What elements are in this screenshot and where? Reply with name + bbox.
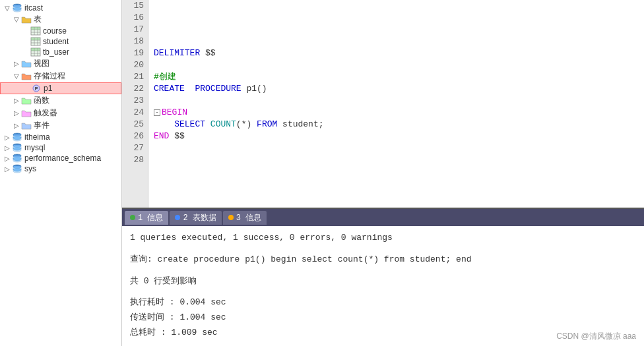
code-line-18 — [154, 36, 639, 47]
sidebar-label-itcast: itcast — [24, 3, 43, 13]
sidebar-item-mysql[interactable]: ▷ mysql — [0, 142, 121, 153]
svg-rect-6 — [31, 27, 40, 30]
watermark: CSDN @清风微凉 aaa — [556, 331, 636, 342]
tab-dot-info — [130, 215, 135, 220]
result-line-2: 查询: create procedure p1() begin select c… — [130, 253, 636, 267]
sidebar-label-functions: 函数 — [34, 95, 49, 106]
tree-icon-tables — [21, 15, 32, 24]
sidebar-item-functions[interactable]: ▷ 函数 — [0, 94, 121, 107]
tree-icon-student — [30, 37, 41, 46]
expand-icon-itcast[interactable]: ▽ — [3, 5, 12, 12]
sidebar-label-events: 事件 — [34, 120, 49, 131]
tab-label-info: 1 信息 — [138, 212, 163, 223]
code-line-16 — [154, 12, 639, 24]
sidebar-item-itcast[interactable]: ▽ itcast — [0, 3, 121, 13]
code-line-22: CREATE PROCEDURE p1() — [154, 83, 639, 95]
tree-icon-course — [30, 26, 41, 36]
tree-icon-events — [21, 121, 32, 130]
tree-icon-itcast — [12, 3, 22, 13]
kw-select: SELECT — [174, 119, 205, 130]
sidebar-item-procedures[interactable]: ▽ 存储过程 — [0, 70, 121, 82]
svg-rect-18 — [31, 48, 40, 51]
line-num-22: 22 — [122, 83, 148, 95]
code-line-15 — [154, 0, 639, 12]
sidebar-item-tb_user[interactable]: tb_user — [0, 47, 121, 57]
code-editor: 1516171819202122232425262728 DELIMITER $… — [122, 0, 644, 208]
sidebar-label-performance_schema: performance_schema — [24, 154, 101, 163]
sidebar-item-triggers[interactable]: ▷ 触发器 — [0, 107, 121, 119]
expand-icon-triggers[interactable]: ▷ — [12, 109, 21, 117]
sidebar-item-sys[interactable]: ▷ sys — [0, 163, 121, 174]
tree-icon-procedures — [21, 72, 32, 81]
expand-icon-sys[interactable]: ▷ — [3, 165, 12, 173]
kw-procedure: PROCEDURE — [195, 83, 241, 95]
tab-label-info3: 3 信息 — [236, 212, 261, 223]
svg-rect-12 — [31, 38, 40, 40]
line-num-26: 26 — [122, 130, 148, 142]
expand-icon-procedures[interactable]: ▽ — [12, 72, 21, 80]
line-num-16: 16 — [122, 12, 148, 24]
tab-label-tabledata: 2 表数据 — [183, 212, 216, 223]
tab-dot-info3 — [228, 215, 234, 220]
bottom-result-content: 1 queries executed, 1 success, 0 errors,… — [122, 226, 644, 346]
bottom-tab-bar: 1 信息2 表数据3 信息 — [122, 209, 644, 226]
sidebar-item-performance_schema[interactable]: ▷ performance_schema — [0, 153, 121, 163]
indent-space — [154, 119, 174, 130]
sidebar-item-views[interactable]: ▷ 视图 — [0, 57, 121, 70]
expand-icon-mysql[interactable]: ▷ — [3, 144, 12, 152]
sidebar-label-triggers: 触发器 — [34, 107, 57, 119]
sidebar-label-mysql: mysql — [24, 143, 45, 152]
code-line-25: SELECT COUNT(*) FROM student; — [154, 119, 639, 130]
result-line-1 — [130, 246, 636, 253]
bottom-tab-tabledata[interactable]: 2 表数据 — [170, 211, 221, 225]
table-name: student; — [277, 119, 323, 130]
line-num-15: 15 — [122, 0, 148, 12]
sidebar-item-student[interactable]: student — [0, 36, 121, 47]
sidebar-item-tables[interactable]: ▽ 表 — [0, 13, 121, 26]
result-line-4: 共 0 行受到影响 — [130, 275, 636, 289]
kw-create: CREATE — [154, 83, 185, 95]
bottom-tab-info[interactable]: 1 信息 — [125, 211, 168, 225]
kw-end: END — [154, 130, 169, 142]
expand-icon-tables[interactable]: ▽ — [12, 16, 21, 23]
line-num-28: 28 — [122, 154, 148, 166]
tab-dot-tabledata — [175, 215, 180, 220]
text-space: $$ — [200, 47, 215, 59]
sidebar-label-views: 视图 — [34, 58, 49, 69]
bottom-panel: 1 信息2 表数据3 信息 1 queries executed, 1 succ… — [122, 208, 644, 346]
expand-icon-events[interactable]: ▷ — [12, 122, 21, 129]
sidebar-item-p1[interactable]: P p1 — [0, 82, 121, 94]
code-line-19: DELIMITER $$ — [154, 47, 639, 59]
expand-icon-functions[interactable]: ▷ — [12, 97, 21, 104]
code-content[interactable]: DELIMITER $$ #创建CREATE PROCEDURE p1() -B… — [148, 0, 644, 208]
sidebar-label-procedures: 存储过程 — [34, 71, 65, 82]
code-line-21: #创建 — [154, 71, 639, 83]
end-delim: $$ — [169, 130, 184, 142]
line-num-27: 27 — [122, 142, 148, 154]
expand-icon-views[interactable]: ▷ — [12, 60, 21, 67]
sidebar-item-course[interactable]: course — [0, 26, 121, 36]
result-line-5 — [130, 289, 636, 296]
sidebar-item-itheima[interactable]: ▷ itheima — [0, 132, 121, 142]
line-num-24: 24 — [122, 107, 148, 119]
sidebar-label-itheima: itheima — [24, 132, 50, 142]
expand-icon-performance_schema[interactable]: ▷ — [3, 155, 12, 162]
expand-icon-itheima[interactable]: ▷ — [3, 134, 12, 141]
tree-icon-triggers — [21, 109, 32, 118]
code-line-20 — [154, 59, 639, 71]
bottom-tab-info3[interactable]: 3 信息 — [223, 211, 267, 225]
collapse-icon[interactable]: - — [154, 109, 160, 116]
code-line-27 — [154, 142, 639, 154]
sidebar-label-sys: sys — [24, 164, 36, 173]
tree-icon-p1: P — [31, 84, 42, 93]
kw-from: FROM — [257, 119, 277, 130]
paren1: (*) — [236, 119, 257, 130]
line-num-19: 19 — [122, 47, 148, 59]
tree-icon-itheima — [12, 132, 22, 142]
tree-icon-tb_user — [30, 47, 41, 57]
line-numbers: 1516171819202122232425262728 — [122, 0, 148, 208]
sidebar-item-events[interactable]: ▷ 事件 — [0, 119, 121, 132]
sidebar: ▽ itcast▽ 表 course student tb_user▷ 视图▽ … — [0, 0, 122, 346]
tree-icon-sys — [12, 164, 22, 173]
tree-icon-functions — [21, 96, 32, 105]
